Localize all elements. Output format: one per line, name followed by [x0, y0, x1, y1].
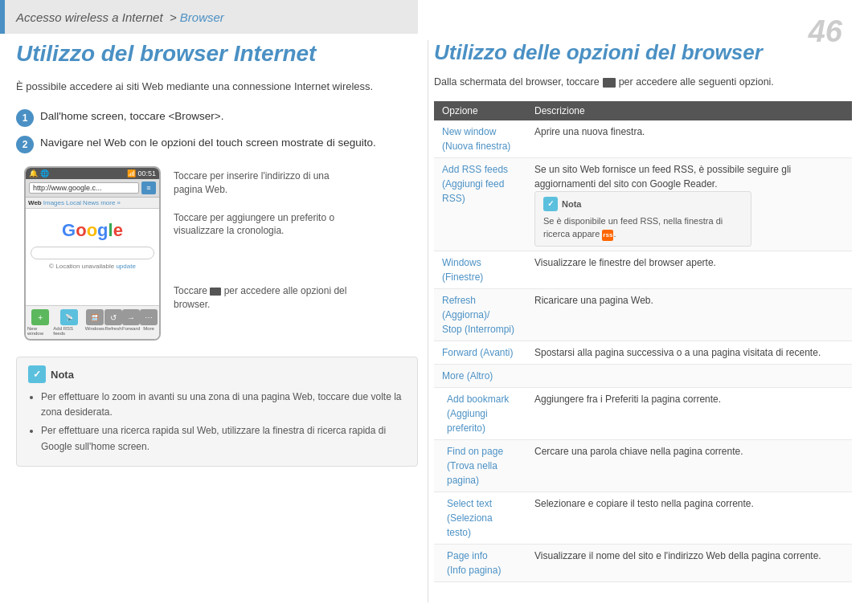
option-link[interactable]: Find on page(Trova nella pagina) — [447, 446, 503, 486]
tab-more[interactable]: more » — [100, 199, 121, 206]
desc-cell: Visualizzare le finestre del browser ape… — [526, 251, 852, 289]
bottom-new-window[interactable]: + New window — [27, 309, 53, 336]
nota-icon: ✓ — [28, 365, 46, 383]
table-row: Add bookmark(Aggiungi preferito) Aggiung… — [434, 388, 852, 440]
table-row: Forward (Avanti) Spostarsi alla pagina s… — [434, 341, 852, 365]
bottom-windows[interactable]: 🪟 Windows — [85, 309, 104, 336]
desc-cell: Selezionare e copiare il testo nella pag… — [526, 492, 852, 545]
more-icon: ⋯ — [140, 309, 158, 325]
status-right: 📶 00:51 — [127, 169, 156, 177]
tab-images[interactable]: Images — [43, 199, 64, 206]
right-intro-part1: Dalla schermata del browser, toccare — [434, 75, 600, 90]
nota-bullet-1: Per effettuare lo zoom in avanti su una … — [41, 390, 406, 420]
rss-label: Add RSS feeds — [53, 326, 84, 336]
phone-bottom-bar: + New window 📡 Add RSS feeds 🪟 Windows ↺… — [26, 305, 159, 339]
option-desc: Selezionare e copiare il testo nella pag… — [534, 498, 754, 509]
breadcrumb: Accesso wireless a Internet > Browser — [0, 0, 418, 34]
col-option-header: Opzione — [434, 101, 526, 120]
nota-inline-box: ✓ Nota Se è disponibile un feed RSS, nel… — [534, 191, 751, 247]
refresh-label: Refresh — [104, 326, 121, 331]
bottom-rss[interactable]: 📡 Add RSS feeds — [53, 309, 84, 336]
option-cell: Refresh (Aggiorna)/Stop (Interrompi) — [434, 289, 526, 341]
windows-label: Windows — [85, 326, 104, 331]
desc-cell: Cercare una parola chiave nella pagina c… — [526, 440, 852, 492]
option-desc: Se un sito Web fornisce un feed RSS, è p… — [534, 164, 791, 190]
left-intro: È possibile accedere ai siti Web mediant… — [16, 79, 418, 95]
update-link[interactable]: update — [116, 263, 135, 270]
nota-header: ✓ Nota — [28, 365, 406, 383]
nota-inline-text: Se è disponibile un feed RSS, nella fine… — [543, 216, 723, 239]
desc-cell: Visualizzare il nome del sito e l'indiri… — [526, 545, 852, 582]
option-cell: Forward (Avanti) — [434, 341, 526, 365]
option-link[interactable]: Add bookmark(Aggiungi preferito) — [447, 394, 509, 434]
table-row: Find on page(Trova nella pagina) Cercare… — [434, 440, 852, 492]
bottom-more[interactable]: ⋯ More — [140, 309, 158, 336]
option-desc: Spostarsi alla pagina successiva o a una… — [534, 347, 821, 358]
table-row: More (Altro) — [434, 365, 852, 388]
tab-local[interactable]: Local — [66, 199, 81, 206]
right-intro: Dalla schermata del browser, toccare per… — [434, 75, 852, 90]
phone-status-bar: 🔔 🌐 📶 00:51 — [26, 168, 159, 179]
nota-box: ✓ Nota Per effettuare lo zoom in avanti … — [16, 357, 418, 467]
more-label: More — [143, 326, 154, 331]
rss-icon: 📡 — [60, 309, 78, 325]
table-row: Page info(Info pagina) Visualizzare il n… — [434, 545, 852, 582]
status-left: 🔔 🌐 — [29, 169, 49, 177]
bottom-forward[interactable]: → Forward — [122, 309, 140, 336]
desc-cell: Se un sito Web fornisce un feed RSS, è p… — [526, 157, 852, 251]
forward-icon: → — [122, 309, 140, 325]
option-link[interactable]: New window(Nuova finestra) — [442, 126, 510, 152]
desc-cell: Ricaricare una pagina Web. — [526, 289, 852, 341]
phone-url-input[interactable]: http://www.google.c... — [29, 182, 139, 194]
option-cell-indented: Page info(Info pagina) — [434, 545, 526, 582]
tab-web[interactable]: Web — [28, 199, 42, 206]
column-divider — [428, 40, 428, 602]
nota-inline-icon: ✓ — [543, 197, 558, 211]
option-desc: Visualizzare il nome del sito e l'indiri… — [534, 550, 821, 561]
table-row: Windows (Finestre) Visualizzare le fines… — [434, 251, 852, 289]
bottom-refresh[interactable]: ↺ Refresh — [104, 309, 122, 336]
nota-body: Per effettuare lo zoom in avanti su una … — [28, 390, 406, 455]
annotation-2: Toccare per aggiungere un preferito o vi… — [174, 211, 358, 239]
option-link[interactable]: Windows (Finestre) — [442, 257, 483, 283]
option-cell: Add RSS feeds(Aggiungi feed RSS) — [434, 157, 526, 251]
windows-icon: 🪟 — [86, 309, 104, 325]
phone-area: 🔔 🌐 📶 00:51 http://www.google.c... ≡ Web… — [24, 166, 418, 341]
step-2-text: Navigare nel Web con le opzioni del touc… — [40, 135, 376, 151]
right-intro-part2: per accedere alle seguenti opzioni. — [619, 75, 774, 90]
option-desc: Cercare una parola chiave nella pagina c… — [534, 446, 743, 457]
table-row: New window(Nuova finestra) Aprire una nu… — [434, 120, 852, 158]
tab-news[interactable]: News — [83, 199, 99, 206]
option-link[interactable]: Forward (Avanti) — [442, 347, 513, 358]
phone-url-button[interactable]: ≡ — [141, 182, 156, 194]
table-row: Refresh (Aggiorna)/Stop (Interrompi) Ric… — [434, 289, 852, 341]
step-1-text: Dall'home screen, toccare <Browser>. — [40, 108, 223, 124]
col-description-header: Descrizione — [526, 101, 852, 120]
phone-nav-tabs: Web Images Local News more » — [26, 198, 159, 209]
option-link[interactable]: More (Altro) — [442, 370, 493, 381]
nota-title: Nota — [51, 369, 74, 381]
option-cell: More (Altro) — [434, 365, 526, 388]
desc-cell: Spostarsi alla pagina successiva o a una… — [526, 341, 852, 365]
breadcrumb-suffix: Browser — [180, 10, 224, 24]
phone-annotations: Toccare per inserire l'indirizzo di una … — [174, 169, 358, 341]
google-search-bar[interactable] — [31, 247, 154, 259]
option-desc: Aggiungere fra i Preferiti la pagina cor… — [534, 394, 721, 405]
option-cell-indented: Find on page(Trova nella pagina) — [434, 440, 526, 492]
right-column: Utilizzo delle opzioni del browser Dalla… — [434, 40, 852, 582]
menu-icon — [603, 78, 616, 88]
option-link[interactable]: Add RSS feeds(Aggiungi feed RSS) — [442, 164, 508, 204]
refresh-icon: ↺ — [104, 309, 122, 325]
table-row: Add RSS feeds(Aggiungi feed RSS) Se un s… — [434, 157, 852, 251]
left-section-title: Utilizzo del browser Internet — [16, 40, 418, 67]
option-link[interactable]: Refresh (Aggiorna)/Stop (Interrompi) — [442, 295, 514, 335]
annotation-3: Toccare per accedere alle opzioni del br… — [174, 284, 358, 312]
option-link[interactable]: Page info(Info pagina) — [447, 550, 501, 576]
desc-cell — [526, 365, 852, 388]
nota-inline-title: Nota — [562, 198, 581, 211]
rss-feed-icon: rss — [602, 230, 613, 241]
option-desc: Visualizzare le finestre del browser ape… — [534, 257, 716, 268]
option-cell-indented: Select text(Seleziona testo) — [434, 492, 526, 545]
option-link[interactable]: Select text(Seleziona testo) — [447, 498, 493, 538]
option-cell: Windows (Finestre) — [434, 251, 526, 289]
